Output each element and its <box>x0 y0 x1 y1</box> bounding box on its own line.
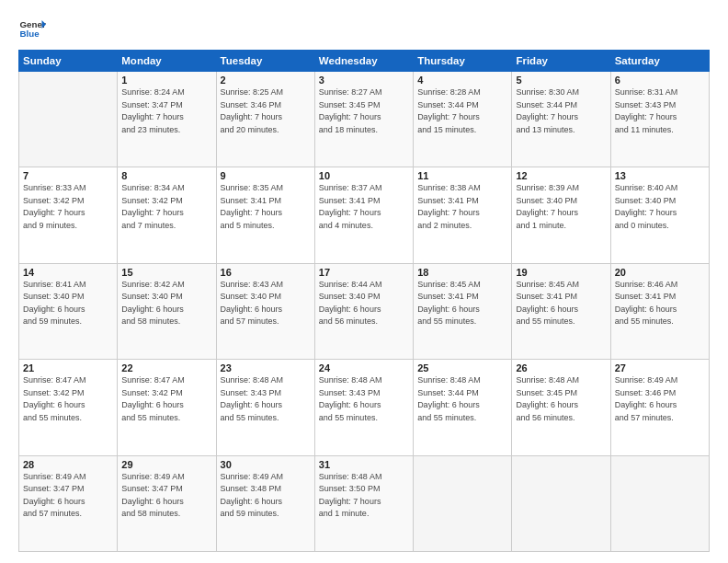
day-number-1-2: 9 <box>221 170 311 181</box>
cell-1-5: 12Sunrise: 8:39 AMSunset: 3:40 PMDayligh… <box>512 167 610 263</box>
cell-0-4: 4Sunrise: 8:28 AMSunset: 3:44 PMDaylight… <box>414 72 512 167</box>
day-info-2-4: Sunrise: 8:45 AMSunset: 3:41 PMDaylight:… <box>417 279 507 328</box>
day-info-3-5: Sunrise: 8:48 AMSunset: 3:45 PMDaylight:… <box>516 374 606 424</box>
cell-1-3: 10Sunrise: 8:37 AMSunset: 3:41 PMDayligh… <box>314 167 413 263</box>
day-number-0-2: 2 <box>221 75 311 86</box>
col-thursday: Thursday <box>414 51 512 72</box>
day-number-2-1: 15 <box>121 267 211 278</box>
day-number-0-4: 4 <box>417 75 507 86</box>
day-number-3-2: 23 <box>221 362 311 373</box>
day-number-2-2: 16 <box>221 267 311 278</box>
day-number-0-6: 6 <box>615 75 705 86</box>
day-info-2-2: Sunrise: 8:43 AMSunset: 3:40 PMDaylight:… <box>221 279 311 328</box>
cell-2-5: 19Sunrise: 8:45 AMSunset: 3:41 PMDayligh… <box>512 263 610 359</box>
cell-0-0 <box>19 72 118 167</box>
day-info-3-4: Sunrise: 8:48 AMSunset: 3:44 PMDaylight:… <box>417 374 507 424</box>
day-number-2-4: 18 <box>417 267 507 278</box>
day-info-3-3: Sunrise: 8:48 AMSunset: 3:43 PMDaylight:… <box>319 374 409 424</box>
day-number-1-0: 7 <box>23 170 113 181</box>
cell-3-6: 27Sunrise: 8:49 AMSunset: 3:46 PMDayligh… <box>610 360 709 455</box>
day-info-3-0: Sunrise: 8:47 AMSunset: 3:42 PMDaylight:… <box>23 374 113 424</box>
cell-3-0: 21Sunrise: 8:47 AMSunset: 3:42 PMDayligh… <box>19 360 118 455</box>
cell-4-0: 28Sunrise: 8:49 AMSunset: 3:47 PMDayligh… <box>19 455 118 551</box>
day-number-2-3: 17 <box>319 267 409 278</box>
day-info-1-3: Sunrise: 8:37 AMSunset: 3:41 PMDaylight:… <box>319 182 409 232</box>
day-number-2-5: 19 <box>516 267 606 278</box>
day-info-3-1: Sunrise: 8:47 AMSunset: 3:42 PMDaylight:… <box>121 374 211 424</box>
col-monday: Monday <box>118 51 216 72</box>
cell-3-2: 23Sunrise: 8:48 AMSunset: 3:43 PMDayligh… <box>216 360 314 455</box>
cell-1-2: 9Sunrise: 8:35 AMSunset: 3:41 PMDaylight… <box>216 167 314 263</box>
cell-0-5: 5Sunrise: 8:30 AMSunset: 3:44 PMDaylight… <box>512 72 610 167</box>
day-number-4-0: 28 <box>23 459 113 470</box>
col-tuesday: Tuesday <box>216 51 314 72</box>
day-info-0-4: Sunrise: 8:28 AMSunset: 3:44 PMDaylight:… <box>417 86 507 136</box>
cell-3-4: 25Sunrise: 8:48 AMSunset: 3:44 PMDayligh… <box>414 360 512 455</box>
day-info-2-6: Sunrise: 8:46 AMSunset: 3:41 PMDaylight:… <box>615 279 705 328</box>
col-friday: Friday <box>512 51 610 72</box>
day-number-0-1: 1 <box>121 75 211 86</box>
cell-2-1: 15Sunrise: 8:42 AMSunset: 3:40 PMDayligh… <box>118 263 216 359</box>
cell-1-4: 11Sunrise: 8:38 AMSunset: 3:41 PMDayligh… <box>414 167 512 263</box>
week-row-4: 28Sunrise: 8:49 AMSunset: 3:47 PMDayligh… <box>19 455 710 551</box>
day-info-2-3: Sunrise: 8:44 AMSunset: 3:40 PMDaylight:… <box>319 279 409 328</box>
day-number-4-3: 31 <box>319 459 409 470</box>
col-saturday: Saturday <box>610 51 709 72</box>
day-number-3-0: 21 <box>23 362 113 373</box>
svg-text:Blue: Blue <box>20 29 40 39</box>
day-info-4-1: Sunrise: 8:49 AMSunset: 3:47 PMDaylight:… <box>121 471 211 521</box>
header: General Blue <box>18 15 710 42</box>
cell-0-2: 2Sunrise: 8:25 AMSunset: 3:46 PMDaylight… <box>216 72 314 167</box>
day-info-1-5: Sunrise: 8:39 AMSunset: 3:40 PMDaylight:… <box>516 182 606 232</box>
day-info-4-0: Sunrise: 8:49 AMSunset: 3:47 PMDaylight:… <box>23 471 113 521</box>
cell-3-1: 22Sunrise: 8:47 AMSunset: 3:42 PMDayligh… <box>118 360 216 455</box>
week-row-2: 14Sunrise: 8:41 AMSunset: 3:40 PMDayligh… <box>19 263 710 359</box>
cell-4-5 <box>512 455 610 551</box>
day-number-0-3: 3 <box>319 75 409 86</box>
col-wednesday: Wednesday <box>314 51 413 72</box>
day-number-1-3: 10 <box>319 170 409 181</box>
cell-1-1: 8Sunrise: 8:34 AMSunset: 3:42 PMDaylight… <box>118 167 216 263</box>
col-sunday: Sunday <box>19 51 118 72</box>
day-number-3-5: 26 <box>516 362 606 373</box>
cell-0-3: 3Sunrise: 8:27 AMSunset: 3:45 PMDaylight… <box>314 72 413 167</box>
day-info-1-6: Sunrise: 8:40 AMSunset: 3:40 PMDaylight:… <box>615 182 705 232</box>
day-number-3-3: 24 <box>319 362 409 373</box>
cell-3-5: 26Sunrise: 8:48 AMSunset: 3:45 PMDayligh… <box>512 360 610 455</box>
day-number-4-2: 30 <box>221 459 311 470</box>
day-number-1-1: 8 <box>121 170 211 181</box>
header-row: Sunday Monday Tuesday Wednesday Thursday… <box>19 51 710 72</box>
cell-1-6: 13Sunrise: 8:40 AMSunset: 3:40 PMDayligh… <box>610 167 709 263</box>
day-info-0-2: Sunrise: 8:25 AMSunset: 3:46 PMDaylight:… <box>221 86 311 136</box>
day-info-2-5: Sunrise: 8:45 AMSunset: 3:41 PMDaylight:… <box>516 279 606 328</box>
cell-2-4: 18Sunrise: 8:45 AMSunset: 3:41 PMDayligh… <box>414 263 512 359</box>
day-info-1-2: Sunrise: 8:35 AMSunset: 3:41 PMDaylight:… <box>221 182 311 232</box>
day-info-1-0: Sunrise: 8:33 AMSunset: 3:42 PMDaylight:… <box>23 182 113 232</box>
day-number-1-5: 12 <box>516 170 606 181</box>
day-info-2-1: Sunrise: 8:42 AMSunset: 3:40 PMDaylight:… <box>121 279 211 328</box>
cell-4-2: 30Sunrise: 8:49 AMSunset: 3:48 PMDayligh… <box>216 455 314 551</box>
logo: General Blue <box>18 15 46 42</box>
calendar-body: 1Sunrise: 8:24 AMSunset: 3:47 PMDaylight… <box>19 72 710 552</box>
logo-icon: General Blue <box>18 15 46 42</box>
day-number-3-4: 25 <box>417 362 507 373</box>
week-row-3: 21Sunrise: 8:47 AMSunset: 3:42 PMDayligh… <box>19 360 710 455</box>
day-number-2-0: 14 <box>23 267 113 278</box>
cell-2-6: 20Sunrise: 8:46 AMSunset: 3:41 PMDayligh… <box>610 263 709 359</box>
calendar: Sunday Monday Tuesday Wednesday Thursday… <box>18 50 710 552</box>
day-number-1-6: 13 <box>615 170 705 181</box>
cell-2-3: 17Sunrise: 8:44 AMSunset: 3:40 PMDayligh… <box>314 263 413 359</box>
cell-2-2: 16Sunrise: 8:43 AMSunset: 3:40 PMDayligh… <box>216 263 314 359</box>
cell-4-4 <box>414 455 512 551</box>
cell-4-6 <box>610 455 709 551</box>
day-info-2-0: Sunrise: 8:41 AMSunset: 3:40 PMDaylight:… <box>23 279 113 328</box>
day-info-1-4: Sunrise: 8:38 AMSunset: 3:41 PMDaylight:… <box>417 182 507 232</box>
day-number-2-6: 20 <box>615 267 705 278</box>
day-number-3-1: 22 <box>121 362 211 373</box>
day-info-1-1: Sunrise: 8:34 AMSunset: 3:42 PMDaylight:… <box>121 182 211 232</box>
cell-2-0: 14Sunrise: 8:41 AMSunset: 3:40 PMDayligh… <box>19 263 118 359</box>
calendar-header: Sunday Monday Tuesday Wednesday Thursday… <box>19 51 710 72</box>
day-info-0-1: Sunrise: 8:24 AMSunset: 3:47 PMDaylight:… <box>121 86 211 136</box>
day-info-4-3: Sunrise: 8:48 AMSunset: 3:50 PMDaylight:… <box>319 471 409 521</box>
week-row-1: 7Sunrise: 8:33 AMSunset: 3:42 PMDaylight… <box>19 167 710 263</box>
